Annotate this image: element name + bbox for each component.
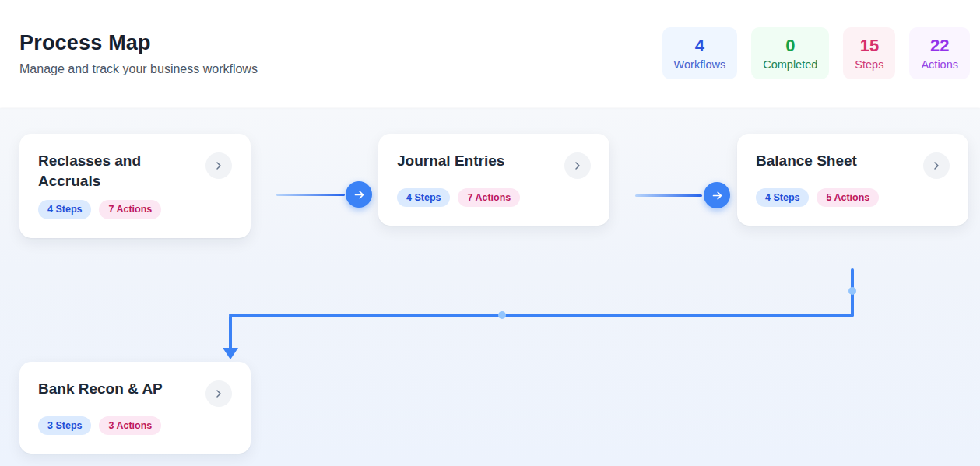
chevron-right-icon (213, 387, 225, 400)
stats-row: 4 Workflows 0 Completed 15 Steps 22 Acti… (662, 27, 970, 79)
stat-actions-label: Actions (921, 58, 958, 71)
stat-workflows-label: Workflows (674, 58, 726, 71)
arrow-right-glyph (353, 188, 366, 201)
stat-workflows-value: 4 (674, 36, 726, 56)
badge-row: 4 Steps 7 Actions (397, 188, 591, 207)
chevron-right-icon (213, 159, 225, 172)
workflow-title: Reclasses and Accruals (38, 151, 182, 191)
actions-badge: 7 Actions (99, 200, 161, 219)
workflow-card-reclasses-and-accruals[interactable]: Reclasses and Accruals 4 Steps 7 Actions (19, 134, 251, 238)
connector-elbow-horizontal (229, 314, 854, 317)
stat-completed-label: Completed (763, 58, 817, 71)
page-header: Process Map Manage and track your busine… (0, 0, 980, 107)
connector-dot (848, 287, 856, 295)
steps-badge: 4 Steps (397, 188, 450, 207)
stat-actions: 22 Actions (909, 27, 970, 79)
workflow-title: Balance Sheet (756, 151, 857, 171)
stat-steps-label: Steps (855, 58, 883, 71)
page-subtitle: Manage and track your business workflows (19, 62, 258, 76)
card-header: Bank Recon & AP (38, 379, 232, 407)
badge-row: 4 Steps 7 Actions (38, 200, 232, 219)
badge-row: 3 Steps 3 Actions (38, 416, 232, 435)
connector-dot (498, 311, 506, 319)
chevron-right-button[interactable] (205, 152, 232, 179)
steps-badge: 4 Steps (756, 188, 809, 207)
arrow-right-icon[interactable] (704, 182, 730, 208)
actions-badge: 3 Actions (99, 416, 161, 435)
process-map-page: Process Map Manage and track your busine… (0, 0, 980, 466)
workflow-card-balance-sheet[interactable]: Balance Sheet 4 Steps 5 Actions (737, 134, 968, 226)
actions-badge: 7 Actions (458, 188, 520, 207)
stat-steps: 15 Steps (843, 27, 895, 79)
steps-badge: 4 Steps (38, 200, 91, 219)
stat-completed-value: 0 (763, 36, 817, 56)
card-header: Balance Sheet (756, 151, 950, 179)
chevron-right-button[interactable] (564, 152, 591, 179)
chevron-right-icon (571, 159, 584, 172)
connector-line-2 (635, 194, 702, 197)
actions-badge: 5 Actions (817, 188, 879, 207)
workflow-title: Bank Recon & AP (38, 379, 163, 399)
card-header: Reclasses and Accruals (38, 151, 232, 191)
stat-workflows: 4 Workflows (662, 27, 738, 79)
stat-steps-value: 15 (855, 36, 883, 56)
stat-actions-value: 22 (921, 36, 958, 56)
workflow-card-bank-recon-ap[interactable]: Bank Recon & AP 3 Steps 3 Actions (19, 362, 251, 454)
header-text: Process Map Manage and track your busine… (19, 31, 258, 76)
workflow-canvas: Reclasses and Accruals 4 Steps 7 Actions… (0, 108, 980, 466)
connector-line-1 (276, 194, 345, 196)
chevron-right-icon (930, 159, 943, 172)
arrow-right-glyph (711, 189, 724, 202)
steps-badge: 3 Steps (38, 416, 91, 435)
chevron-right-button[interactable] (923, 152, 950, 179)
badge-row: 4 Steps 5 Actions (756, 188, 950, 207)
card-header: Journal Entries (397, 151, 591, 179)
page-title: Process Map (19, 31, 258, 55)
stat-completed: 0 Completed (751, 27, 829, 79)
workflow-card-journal-entries[interactable]: Journal Entries 4 Steps 7 Actions (378, 134, 609, 226)
workflow-title: Journal Entries (397, 151, 504, 171)
arrow-right-icon[interactable] (346, 181, 372, 208)
connector-elbow-vertical-bottom (229, 315, 232, 349)
chevron-right-button[interactable] (205, 380, 232, 407)
arrow-down-icon (223, 348, 238, 359)
